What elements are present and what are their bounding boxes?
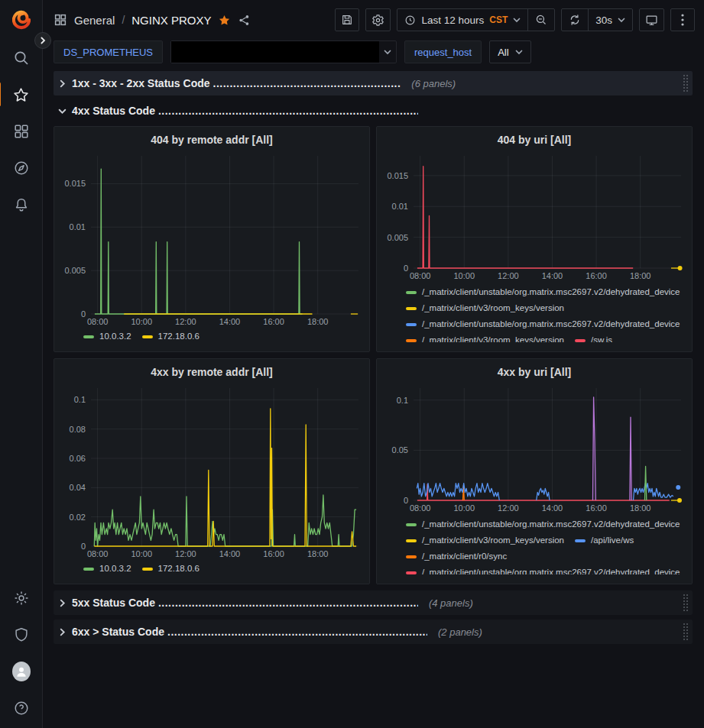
datasource-variable-label[interactable]: DS_PROMETHEUS — [54, 40, 163, 63]
series-line — [417, 167, 633, 268]
series-line — [417, 484, 499, 500]
panel-title[interactable]: 4xx by uri [All] — [383, 364, 686, 380]
legend-item[interactable]: 10.0.3.2 — [83, 328, 131, 345]
refresh-group: 30s — [561, 8, 633, 31]
x-axis-tick-label: 08:00 — [87, 317, 109, 326]
refresh-button[interactable] — [562, 9, 588, 31]
legend-item[interactable]: 172.18.0.6 — [142, 328, 200, 345]
y-axis-tick-label: 0.01 — [70, 222, 86, 231]
breadcrumb: General / NGINX PROXY — [54, 13, 251, 27]
row-header-1xx-3xx-2xx[interactable]: 1xx - 3xx - 2xx Status Code ............… — [54, 71, 693, 95]
y-axis-tick-label: 0.01 — [392, 202, 408, 211]
sidebar-expand-button[interactable] — [34, 32, 51, 49]
series-line — [593, 397, 596, 500]
variables-bar: DS_PROMETHEUS request_host All — [43, 40, 704, 67]
legend-item[interactable]: /_matrix/client/v3/room_keys/version — [406, 300, 564, 316]
share-icon[interactable] — [238, 14, 251, 27]
request-host-variable-label[interactable]: request_host — [404, 40, 482, 63]
kebab-menu-button[interactable] — [670, 8, 695, 31]
settings-gear-icon[interactable] — [12, 589, 31, 607]
y-axis-tick-label: 0 — [404, 264, 408, 273]
panel-title[interactable]: 4xx by remote addr [All] — [60, 364, 363, 380]
zoom-out-button[interactable] — [527, 9, 554, 31]
refresh-interval-label: 30s — [595, 15, 612, 26]
legend-series-name: /api/live/ws — [591, 532, 634, 548]
row-title: 6xx > Status Code — [72, 626, 164, 638]
search-icon[interactable] — [12, 49, 31, 67]
series-color-chip — [406, 523, 417, 526]
refresh-interval-picker[interactable]: 30s — [588, 9, 632, 31]
series-line — [94, 495, 356, 546]
security-shield-icon[interactable] — [12, 626, 31, 644]
series-color-chip — [406, 291, 417, 294]
row-header-6xx[interactable]: 6xx > Status Code ......................… — [54, 620, 693, 644]
row-drag-handle[interactable] — [683, 623, 688, 640]
time-picker-group: Last 12 hours CST — [397, 8, 555, 31]
alerting-bell-icon[interactable] — [12, 196, 31, 214]
x-axis-tick-label: 16:00 — [586, 271, 607, 280]
chart-series — [417, 167, 683, 270]
timeseries-chart: 00.0050.010.01508:0010:0012:0014:0016:00… — [383, 150, 686, 283]
timeseries-chart: 00.020.040.060.080.108:0010:0012:0014:00… — [60, 382, 363, 559]
legend-item[interactable]: /_matrix/client/unstable/org.matrix.msc2… — [406, 516, 680, 532]
help-icon[interactable] — [12, 699, 31, 717]
legend-series-name: 172.18.0.6 — [158, 328, 200, 345]
grafana-logo-icon[interactable] — [12, 11, 31, 29]
time-range-picker[interactable]: Last 12 hours CST — [397, 9, 527, 31]
legend-series-name: /_matrix/client/v3/room_keys/version — [422, 532, 564, 548]
starred-dashboards-icon[interactable] — [12, 86, 31, 104]
x-axis-tick-label: 16:00 — [586, 503, 607, 513]
legend-series-name: /_matrix/client/v3/room_keys/version — [422, 332, 564, 342]
legend-series-name: /_matrix/client/unstable/org.matrix.msc2… — [422, 316, 680, 332]
series-color-chip — [406, 555, 417, 558]
row-drag-handle[interactable] — [683, 594, 688, 611]
grafana-app: General / NGINX PROXY — [0, 0, 704, 728]
explore-compass-icon[interactable] — [12, 159, 31, 177]
legend-item[interactable]: /sw.js — [575, 332, 612, 342]
panel-title[interactable]: 404 by uri [All] — [383, 131, 686, 148]
legend-series-name: 10.0.3.2 — [99, 328, 131, 345]
dashboard-title[interactable]: NGINX PROXY — [131, 14, 211, 27]
tv-mode-button[interactable] — [639, 8, 664, 31]
request-host-variable-select[interactable]: All — [489, 40, 530, 63]
y-axis-tick-label: 0 — [404, 496, 408, 505]
chevron-down-icon — [618, 16, 625, 24]
legend-item[interactable]: /_matrix/client/v3/room_keys/version — [406, 532, 564, 548]
panel-title[interactable]: 404 by remote addr [All] — [60, 131, 363, 148]
legend-item[interactable]: 172.18.0.6 — [142, 561, 200, 577]
row-header-5xx[interactable]: 5xx Status Code ........................… — [54, 590, 693, 615]
breadcrumb-section[interactable]: General — [74, 14, 115, 27]
legend-series-name: /sw.js — [591, 332, 612, 342]
x-axis-tick-label: 12:00 — [175, 317, 196, 326]
favorite-star-icon[interactable] — [218, 14, 231, 27]
timeseries-chart: 00.050.108:0010:0012:0014:0016:0018:00 — [383, 382, 686, 515]
dashboards-icon[interactable] — [12, 122, 31, 141]
legend-item[interactable]: /_matrix/client/unstable/org.matrix.msc2… — [406, 565, 680, 574]
sidebar-bottom-group — [12, 589, 31, 720]
y-axis-tick-label: 0.04 — [70, 483, 86, 492]
x-axis-tick-label: 14:00 — [542, 503, 563, 513]
x-axis-tick-label: 12:00 — [175, 549, 196, 558]
legend-series-name: /_matrix/client/unstable/org.matrix.msc2… — [422, 565, 680, 574]
dashboard-settings-button[interactable] — [365, 8, 391, 31]
panel-404-by-remote-addr: 404 by remote addr [All] 00.0050.010.015… — [54, 126, 370, 352]
series-line — [634, 484, 673, 500]
row-header-4xx[interactable]: 4xx Status Code ........................… — [54, 100, 693, 121]
legend-item[interactable]: /api/live/ws — [575, 532, 634, 548]
panel-legend: 10.0.3.2172.18.0.6 — [60, 328, 363, 347]
legend-item[interactable]: /_matrix/client/v3/room_keys/version — [406, 332, 564, 342]
legend-item[interactable]: 10.0.3.2 — [83, 561, 131, 577]
row-drag-handle[interactable] — [683, 75, 688, 92]
y-axis-tick-label: 0.05 — [392, 445, 408, 455]
datasource-variable-select[interactable] — [170, 40, 397, 63]
navbar-actions: Last 12 hours CST — [335, 8, 695, 31]
user-avatar[interactable] — [12, 662, 31, 681]
series-color-chip — [142, 568, 153, 571]
series-color-chip — [406, 571, 417, 574]
breadcrumb-separator: / — [122, 14, 125, 26]
legend-item[interactable]: /_matrix/client/r0/sync — [406, 548, 507, 565]
legend-item[interactable]: /_matrix/client/unstable/org.matrix.msc2… — [406, 284, 680, 300]
save-dashboard-button[interactable] — [335, 8, 359, 31]
legend-item[interactable]: /_matrix/client/unstable/org.matrix.msc2… — [406, 316, 680, 332]
x-axis-tick-label: 10:00 — [131, 317, 152, 326]
